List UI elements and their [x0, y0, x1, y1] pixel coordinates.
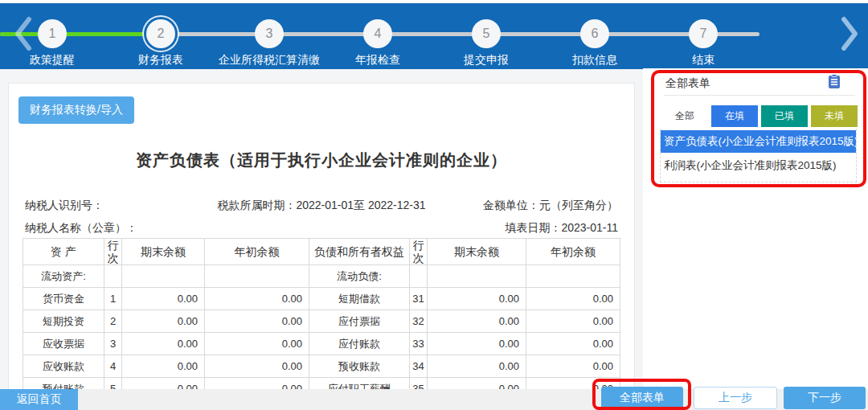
- step-number: 7: [689, 19, 718, 48]
- amount-cell[interactable]: 0.00: [205, 333, 309, 355]
- amount-cell[interactable]: 0.00: [122, 333, 205, 355]
- amount-cell[interactable]: 0.00: [122, 288, 205, 310]
- forms-filter-tabs: 全部在填已填未填: [661, 105, 861, 127]
- table-row: 应收账款40.000.00预收账款340.000.00: [23, 355, 620, 378]
- step-label: 财务报表: [106, 53, 215, 68]
- forms-filter-tab[interactable]: 已填: [761, 105, 808, 127]
- forms-filter-tab[interactable]: 未填: [811, 105, 858, 127]
- label-cell: 短期投资: [23, 310, 104, 333]
- forms-panel: 全部表单 全部在填已填未填 资产负债表(小企业会计准则报表2015版)利润表(小…: [643, 68, 868, 389]
- column-header: 期末余额: [122, 239, 205, 265]
- step-label: 年报检查: [323, 53, 432, 68]
- financial-report-convert-import-button[interactable]: 财务报表转换/导入: [18, 96, 134, 124]
- label-cell: 短期借款: [309, 288, 410, 310]
- step-label: 政策提醒: [0, 53, 107, 68]
- step-label: 提交申报: [432, 53, 541, 68]
- label-cell: 应付票据: [309, 310, 410, 333]
- column-header: 年初余额: [205, 239, 309, 265]
- step-label: 企业所得税汇算清缴: [215, 53, 324, 68]
- label-cell: 1: [104, 288, 122, 310]
- table-header-row: 资 产行次期末余额年初余额负债和所有者权益行次期末余额年初余额: [23, 239, 620, 265]
- column-header: 年初余额: [526, 239, 620, 265]
- amount-cell[interactable]: 0.00: [205, 288, 309, 310]
- stepper-step-3[interactable]: 3企业所得税汇算清缴: [215, 3, 324, 68]
- return-home-button[interactable]: 返回首页: [0, 389, 78, 410]
- chevron-left-icon[interactable]: [11, 14, 35, 53]
- chevron-right-icon[interactable]: [837, 14, 862, 53]
- label-cell: 应收票据: [23, 333, 104, 355]
- taxpayer-name-label: 纳税人名称（公章）：: [25, 221, 137, 236]
- balance-sheet-card: 财务报表转换/导入 资产负债表（适用于执行小企业会计准则的企业） 纳税人识别号：…: [8, 83, 635, 410]
- amount-cell[interactable]: 0.00: [526, 288, 620, 310]
- table-row: 流动资产:流动负债:: [23, 265, 620, 288]
- amount-cell[interactable]: 0.00: [428, 355, 526, 378]
- amount-cell[interactable]: 0.00: [526, 333, 620, 355]
- next-step-button[interactable]: 下一步: [784, 387, 866, 409]
- label-cell: 2: [104, 310, 122, 333]
- amount-cell[interactable]: 0.00: [526, 310, 620, 333]
- label-cell: [104, 265, 122, 288]
- table-row: 短期投资20.000.00应付票据320.000.00: [23, 310, 620, 333]
- amount-cell[interactable]: 0.00: [428, 310, 526, 333]
- forms-panel-title: 全部表单: [665, 76, 710, 91]
- label-cell: 货币资金: [23, 288, 104, 310]
- step-number: 3: [255, 19, 284, 48]
- label-cell: 34: [410, 355, 428, 378]
- label-cell: 33: [410, 333, 428, 355]
- column-header: 资 产: [23, 239, 104, 265]
- label-cell: [526, 265, 620, 288]
- report-title: 资产负债表（适用于执行小企业会计准则的企业）: [9, 150, 634, 171]
- stepper-step-7[interactable]: 7结束: [649, 3, 758, 68]
- amount-cell[interactable]: 0.00: [428, 333, 526, 355]
- forms-filter-tab[interactable]: 在填: [711, 105, 758, 127]
- label-cell: 3: [104, 333, 122, 355]
- panel-divider: [664, 95, 855, 96]
- label-cell: 应收账款: [23, 355, 104, 378]
- forms-filter-tab[interactable]: 全部: [661, 105, 708, 127]
- label-cell: [205, 265, 309, 288]
- label-cell: [122, 265, 205, 288]
- all-forms-button[interactable]: 全部表单: [601, 387, 683, 409]
- step-number: 5: [472, 19, 501, 48]
- stepper-step-6[interactable]: 6扣款信息: [540, 3, 649, 68]
- amount-cell[interactable]: 0.00: [526, 355, 620, 378]
- stepper-step-5[interactable]: 5提交申报: [432, 3, 541, 68]
- label-cell: 应付账款: [309, 333, 410, 355]
- label-cell: 32: [410, 310, 428, 333]
- step-number: 2: [146, 19, 175, 48]
- label-cell: 流动负债:: [309, 265, 410, 288]
- column-header: 期末余额: [428, 239, 526, 265]
- table-row: 应收票据30.000.00应付账款330.000.00: [23, 333, 620, 355]
- column-header: 行次: [410, 239, 428, 265]
- form-list-item[interactable]: 资产负债表(小企业会计准则报表2015版): [661, 130, 856, 153]
- fill-date: 填表日期：2023-01-11: [505, 221, 618, 236]
- label-cell: 流动资产:: [23, 265, 104, 288]
- label-cell: [428, 265, 526, 288]
- step-number: 6: [580, 19, 609, 48]
- label-cell: 预收账款: [309, 355, 410, 378]
- prev-step-button[interactable]: 上一步: [694, 387, 777, 409]
- stepper-step-4[interactable]: 4年报检查: [323, 3, 432, 68]
- amount-cell[interactable]: 0.00: [428, 288, 526, 310]
- step-number: 4: [363, 19, 392, 48]
- wizard-stepper: 1政策提醒2财务报表3企业所得税汇算清缴4年报检查5提交申报6扣款信息7结束: [0, 3, 868, 69]
- step-number: 1: [38, 19, 67, 48]
- amount-cell[interactable]: 0.00: [122, 355, 205, 378]
- form-list-item[interactable]: 利润表(小企业会计准则报表2015版): [661, 154, 856, 177]
- balance-sheet-table: 资 产行次期末余额年初余额负债和所有者权益行次期末余额年初余额 流动资产:流动负…: [23, 238, 620, 400]
- step-label: 扣款信息: [540, 53, 649, 68]
- label-cell: 4: [104, 355, 122, 378]
- column-header: 负债和所有者权益: [309, 239, 410, 265]
- amount-cell[interactable]: 0.00: [205, 355, 309, 378]
- clipboard-icon[interactable]: [828, 74, 841, 92]
- stepper-step-2[interactable]: 2财务报表: [106, 3, 215, 68]
- column-header: 行次: [104, 239, 122, 265]
- forms-list: 资产负债表(小企业会计准则报表2015版)利润表(小企业会计准则报表2015版): [660, 129, 857, 182]
- amount-cell[interactable]: 0.00: [205, 310, 309, 333]
- amount-cell[interactable]: 0.00: [122, 310, 205, 333]
- table-row: 货币资金10.000.00短期借款310.000.00: [23, 288, 620, 310]
- label-cell: 31: [410, 288, 428, 310]
- label-cell: [410, 265, 428, 288]
- step-label: 结束: [649, 53, 758, 68]
- amount-unit: 金额单位：元（列至角分）: [483, 199, 618, 213]
